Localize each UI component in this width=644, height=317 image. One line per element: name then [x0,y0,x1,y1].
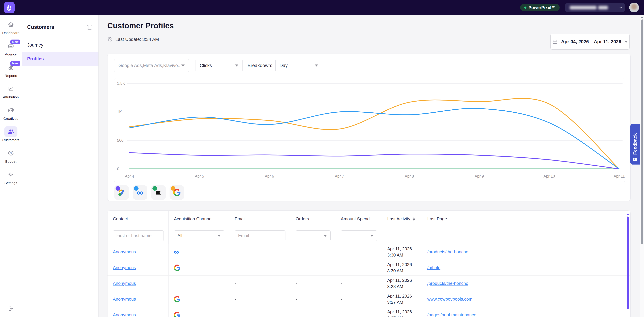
email-value: - [234,265,236,270]
last-page-link[interactable]: /products/the-honcho [427,281,468,286]
subnav-item-profiles[interactable]: Profiles [22,52,98,66]
series-dot-icon [134,186,138,191]
col-amount-spend[interactable]: Amount Spend [336,211,382,227]
channels-select[interactable]: Google Ads,Meta Ads,Klaviyo... [114,59,189,72]
account-selector[interactable] [565,3,625,12]
last-page-link[interactable]: www.cowboypools.com [427,297,472,302]
contact-link[interactable]: Anonymous [113,265,136,270]
date-range-picker[interactable]: Apr 04, 2026 – Apr 11, 2026 [550,34,630,50]
caret-down-icon [235,64,238,66]
logout-button[interactable] [8,305,14,313]
scrollbar-thumb[interactable] [641,19,643,244]
col-last-activity[interactable]: Last Activity [382,211,422,227]
home-icon [8,21,14,28]
channel-filter-value: All [178,233,182,238]
amount-filter-select[interactable]: = [341,230,377,241]
amount-value: - [341,297,342,302]
subnav-title: Customers [27,24,54,30]
feedback-tab[interactable]: Feedback [630,124,640,165]
sidebar-item-attribution[interactable]: Attribution [0,83,22,102]
last-page-link[interactable]: /pages/pool-maintenance [427,312,476,317]
legend-google[interactable] [170,185,184,200]
table-row: Anonymous - - - Apr 11, 20263:28 AM /pro… [108,276,630,291]
table-row: Anonymous ∞ - - - Apr 11, 20263:30 AM /p… [108,244,630,260]
contact-link[interactable]: Anonymous [113,312,136,317]
svg-text:Apr 4: Apr 4 [125,174,134,178]
caret-down-icon [324,235,327,237]
svg-text:500: 500 [117,138,124,143]
sort-icon[interactable] [412,217,415,221]
last-activity-value: Apr 11, 20263:30 AM [387,262,412,274]
amount-value: - [341,249,342,255]
series-dot-icon [171,186,176,191]
table-row: Anonymous - - - Apr 11, 20263:30 AM /a/h… [108,260,630,276]
images-icon [8,107,14,114]
contact-link[interactable]: Anonymous [113,249,136,255]
table-row: Anonymous - - - Apr 11, 20263:27 AM www.… [108,291,630,307]
last-activity-value: Apr 11, 20263:27 AM [387,309,412,317]
orders-filter-select[interactable]: = [296,230,330,241]
svg-text:1.5K: 1.5K [117,81,125,86]
page-scrollbar[interactable] [640,15,644,317]
sidebar-item-creatives[interactable]: Creatives [0,105,22,124]
amount-value: - [341,312,342,317]
chart-card: Google Ads,Meta Ads,Klaviyo... Clicks Br… [107,54,630,201]
status-dot-icon [524,6,526,9]
legend-google-ads[interactable] [114,185,129,200]
email-value: - [234,281,236,286]
meta-icon: ∞ [174,248,179,256]
line-chart: 05001K1.5KApr 4Apr 5Apr 6Apr 7Apr 8Apr 9… [114,78,625,182]
app-logo-icon[interactable] [4,2,15,13]
user-avatar[interactable] [629,3,639,12]
sidebar-item-agency[interactable]: New Agency [0,40,22,59]
main-content: Customer Profiles Last Update: 3:34 AM A… [98,15,644,317]
sidebar-item-dashboard[interactable]: Dashboard [0,19,22,38]
scrollbar-thumb[interactable] [627,217,629,309]
contact-filter-input[interactable] [113,230,164,241]
gear-icon [8,171,14,178]
subnav-item-journey[interactable]: Journey [22,38,98,52]
sidebar-item-budget[interactable]: $ Budget [0,148,22,167]
metric-select[interactable]: Clicks [196,59,242,72]
col-orders[interactable]: Orders [290,211,336,227]
legend-klaviyo[interactable] [151,185,166,200]
scroll-up-arrow-icon[interactable] [641,16,644,18]
last-activity-value: Apr 11, 20263:30 AM [387,246,412,258]
caret-down-icon [218,235,221,237]
customers-table: Contact Acquisition Channel Email Orders… [107,210,630,317]
amount-filter-value: = [344,233,347,238]
last-activity-value: Apr 11, 20263:28 AM [387,277,412,290]
google-icon [174,296,180,303]
breakdown-select[interactable]: Day [276,59,322,72]
last-update-text: Last Update: 3:34 AM [116,37,159,42]
caret-down-icon [315,64,318,66]
table-scrollbar[interactable] [627,213,629,309]
contact-link[interactable]: Anonymous [113,297,136,302]
google-icon [174,265,180,271]
page-title: Customer Profiles [107,21,644,30]
svg-text:Apr 8: Apr 8 [405,174,414,178]
sidebar-item-settings[interactable]: Settings [0,169,22,188]
channel-filter-select[interactable]: All [174,230,224,241]
col-contact[interactable]: Contact [108,211,168,227]
scroll-up-arrow-icon[interactable] [627,213,629,215]
sidebar-item-customers[interactable]: Customers [0,126,22,145]
contact-link[interactable]: Anonymous [113,281,136,286]
col-acquisition-channel[interactable]: Acquisition Channel [168,211,229,227]
svg-text:Apr 9: Apr 9 [474,174,484,178]
orders-value: - [296,249,297,255]
email-filter-input[interactable] [234,230,286,241]
powerpixel-status-badge: PowerPixel™ [520,4,560,11]
legend-meta[interactable]: ∞ [133,185,148,200]
col-last-page[interactable]: Last Page [422,211,630,227]
blurred-account-text [570,6,596,9]
col-email[interactable]: Email [229,211,290,227]
chevron-down-icon [620,6,622,9]
last-page-link[interactable]: /a/help [427,265,440,270]
metric-value: Clicks [200,63,212,68]
last-page-link[interactable]: /products/the-honcho [427,249,468,255]
collapse-panel-icon[interactable] [87,25,92,30]
sidebar-item-reports[interactable]: New Reports [0,62,22,81]
new-badge: New [10,39,20,44]
date-range-value: Apr 04, 2026 – Apr 11, 2026 [561,39,621,44]
